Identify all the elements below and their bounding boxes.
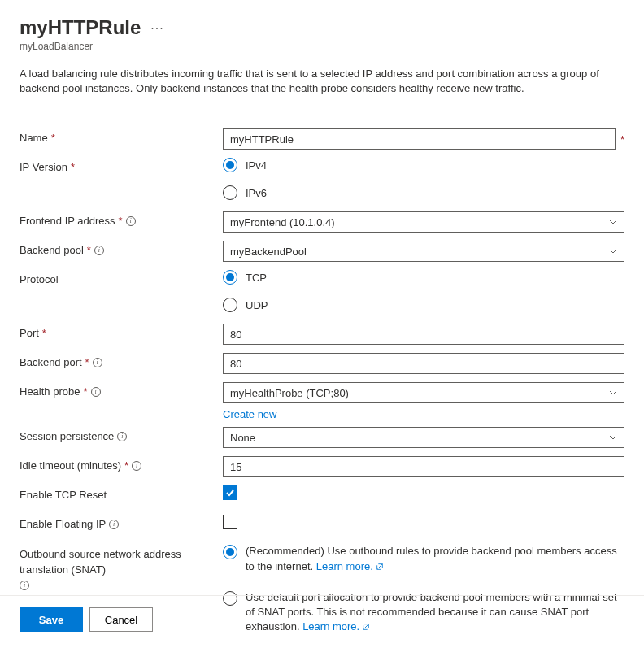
radio-icon	[223, 185, 237, 200]
name-input[interactable]	[223, 128, 616, 150]
frontend-ip-value: myFrontend (10.1.0.4)	[230, 216, 335, 228]
required-mark: *	[83, 385, 87, 398]
create-new-link[interactable]: Create new	[223, 408, 624, 420]
learn-more-link[interactable]: Learn more.	[316, 559, 384, 574]
info-icon[interactable]: i	[109, 520, 119, 529]
session-persistence-select[interactable]: None	[223, 427, 624, 448]
info-icon[interactable]: i	[126, 216, 136, 226]
required-mark: *	[71, 161, 75, 173]
health-probe-value: myHealthProbe (TCP;80)	[230, 387, 349, 399]
udp-radio-label: UDP	[246, 299, 268, 311]
backend-pool-select[interactable]: myBackendPool	[223, 241, 624, 262]
frontend-ip-select[interactable]: myFrontend (10.1.0.4)	[223, 211, 624, 233]
info-icon[interactable]: i	[94, 246, 104, 255]
ipv4-radio-label: IPv4	[246, 159, 267, 172]
required-mark: *	[42, 327, 46, 339]
info-icon[interactable]: i	[91, 387, 101, 397]
required-mark: *	[51, 132, 55, 144]
udp-radio[interactable]: UDP	[223, 298, 624, 312]
save-button[interactable]: Save	[20, 607, 83, 632]
info-icon[interactable]: i	[93, 358, 102, 367]
cancel-button[interactable]: Cancel	[89, 607, 153, 632]
idle-timeout-label: Idle timeout (minutes) * i	[20, 456, 223, 472]
snat-recommended-text: (Recommended) Use outbound rules to prov…	[246, 544, 624, 573]
check-icon	[225, 488, 235, 498]
backend-pool-value: myBackendPool	[230, 246, 307, 258]
snat-label: Outbound source network address translat…	[20, 544, 223, 589]
more-button[interactable]: ···	[150, 21, 163, 36]
tcp-reset-checkbox[interactable]	[223, 485, 237, 500]
tcp-radio[interactable]: TCP	[223, 270, 624, 285]
required-mark: *	[119, 215, 123, 227]
required-mark: *	[620, 133, 624, 146]
port-input[interactable]	[223, 324, 624, 345]
external-link-icon	[376, 563, 384, 571]
backend-pool-label: Backend pool * i	[20, 241, 223, 256]
footer-bar: Save Cancel	[0, 595, 644, 632]
protocol-label: Protocol	[20, 270, 223, 285]
ipv6-radio[interactable]: IPv6	[223, 185, 624, 200]
health-probe-label: Health probe * i	[20, 382, 223, 398]
health-probe-select[interactable]: myHealthProbe (TCP;80)	[223, 382, 624, 403]
backend-port-label: Backend port * i	[20, 353, 223, 368]
tcp-radio-label: TCP	[246, 272, 267, 284]
required-mark: *	[124, 459, 128, 472]
radio-icon	[223, 270, 237, 285]
snat-recommended-radio[interactable]: (Recommended) Use outbound rules to prov…	[223, 544, 624, 573]
floating-ip-label: Enable Floating IP i	[20, 515, 223, 530]
ip-version-label: IP Version *	[20, 158, 223, 173]
description-text: A load balancing rule distributes incomi…	[20, 67, 621, 96]
ipv4-radio[interactable]: IPv4	[223, 158, 624, 172]
radio-icon	[223, 545, 237, 559]
floating-ip-checkbox[interactable]	[223, 515, 237, 529]
ipv6-radio-label: IPv6	[246, 187, 267, 199]
info-icon[interactable]: i	[132, 461, 141, 471]
required-mark: *	[87, 244, 91, 256]
name-label: Name *	[20, 128, 223, 144]
session-persistence-label: Session persistence i	[20, 427, 223, 442]
idle-timeout-input[interactable]	[223, 456, 624, 477]
info-icon[interactable]: i	[20, 581, 29, 590]
tcp-reset-label: Enable TCP Reset	[20, 485, 223, 501]
port-label: Port *	[20, 324, 223, 339]
required-mark: *	[85, 356, 89, 368]
breadcrumb-subtitle: myLoadBalancer	[20, 41, 624, 52]
page-title: myHTTPRule	[20, 16, 141, 39]
session-persistence-value: None	[230, 432, 255, 444]
backend-port-input[interactable]	[223, 353, 624, 374]
info-icon[interactable]: i	[117, 432, 127, 441]
frontend-ip-label: Frontend IP address * i	[20, 211, 223, 227]
radio-icon	[223, 298, 237, 312]
radio-icon	[223, 158, 237, 172]
